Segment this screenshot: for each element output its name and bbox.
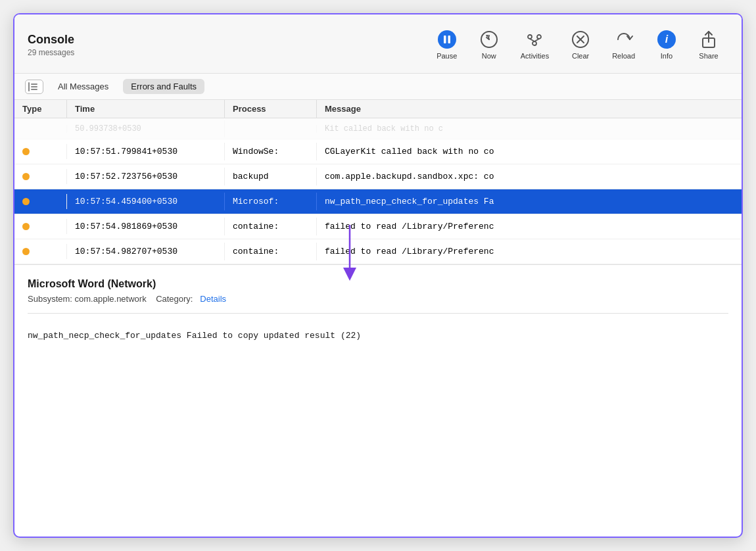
ghost-message: Kit called back with no c [317, 120, 742, 137]
col-message: Message [317, 100, 742, 118]
ghost-row: 50.993738+0530 Kit called back with no c [14, 118, 742, 139]
detail-divider [28, 313, 728, 314]
row-process: containe: [225, 243, 317, 260]
pause-button[interactable]: Pause [427, 26, 467, 64]
row-process: WindowSe: [225, 143, 317, 160]
reload-label: Reload [612, 52, 635, 60]
svg-point-3 [528, 35, 532, 39]
pause-icon [438, 30, 456, 49]
now-icon [480, 30, 498, 49]
clear-button[interactable]: Clear [561, 26, 600, 64]
clear-label: Clear [572, 52, 589, 60]
now-button[interactable]: Now [469, 26, 509, 64]
col-type: Type [14, 100, 67, 118]
activities-button[interactable]: Activities [511, 26, 558, 64]
table-row-selected[interactable]: 10:57:54.459400+0530 Microsof: nw_path_n… [14, 189, 742, 214]
table-row[interactable]: 10:57:52.723756+0530 backupd com.apple.b… [14, 164, 742, 189]
app-title: Console [28, 33, 74, 47]
fault-dot [22, 248, 30, 255]
share-label: Share [699, 52, 718, 60]
svg-line-7 [534, 39, 539, 41]
category-label: Category: [156, 294, 193, 304]
filter-bar: All Messages Errors and Faults [14, 74, 742, 100]
share-icon [699, 30, 718, 49]
svg-rect-1 [448, 36, 450, 43]
table-header: Type Time Process Message [14, 100, 742, 118]
row-process: containe: [225, 218, 317, 235]
row-time: 10:57:54.459400+0530 [67, 193, 225, 210]
activities-label: Activities [521, 52, 549, 60]
table-row[interactable]: 10:57:54.982707+0530 containe: failed to… [14, 239, 742, 264]
console-window: Console 29 messages Pause [13, 13, 743, 538]
app-subtitle: 29 messages [28, 48, 74, 57]
clear-icon [571, 30, 590, 49]
subsystem-value: com.apple.network [75, 294, 147, 304]
fault-dot [22, 173, 30, 180]
row-message: nw_path_necp_check_for_updates Fa [317, 193, 742, 210]
ghost-time: 50.993738+0530 [67, 120, 225, 137]
detail-meta: Subsystem: com.apple.network Category: D… [28, 294, 728, 304]
detail-pane: Microsoft Word (Network) Subsystem: com.… [14, 264, 742, 356]
row-time: 10:57:54.982707+0530 [67, 243, 225, 260]
log-table: Type Time Process Message 50.993738+0530… [14, 100, 742, 264]
detail-message: nw_path_necp_check_for_updates Failed to… [28, 323, 728, 350]
row-time: 10:57:52.723756+0530 [67, 168, 225, 185]
col-time: Time [67, 100, 225, 118]
table-row[interactable]: 10:57:51.799841+0530 WindowSe: CGLayerKi… [14, 139, 742, 164]
fault-dot [22, 148, 30, 155]
info-button[interactable]: i Info [647, 26, 686, 64]
share-button[interactable]: Share [689, 26, 728, 64]
pause-label: Pause [437, 52, 457, 60]
row-time: 10:57:51.799841+0530 [67, 143, 225, 160]
toolbar-title-area: Console 29 messages [28, 33, 74, 58]
detail-area: Microsoft Word (Network) Subsystem: com.… [14, 264, 742, 356]
activities-icon [525, 30, 544, 49]
svg-line-6 [530, 39, 534, 41]
row-message: CGLayerKit called back with no co [317, 143, 742, 160]
info-label: Info [661, 52, 673, 60]
fault-dot [22, 198, 30, 205]
now-label: Now [482, 52, 496, 60]
row-message: com.apple.backupd.sandbox.xpc: co [317, 168, 742, 185]
toolbar: Console 29 messages Pause [14, 14, 742, 74]
svg-point-4 [537, 35, 541, 39]
row-process: Microsof: [225, 193, 317, 210]
reload-icon [615, 30, 633, 49]
details-link[interactable]: Details [200, 294, 226, 304]
col-process: Process [225, 100, 317, 118]
row-process: backupd [225, 168, 317, 185]
subsystem-label: Subsystem: [28, 294, 72, 304]
svg-rect-0 [444, 36, 446, 43]
svg-point-5 [532, 41, 536, 45]
toolbar-actions: Pause Now [427, 26, 728, 64]
row-message: failed to read /Library/Preferenc [317, 243, 742, 260]
reload-button[interactable]: Reload [603, 26, 644, 64]
table-row[interactable]: 10:57:54.981869+0530 containe: failed to… [14, 214, 742, 239]
row-message: failed to read /Library/Preferenc [317, 218, 742, 235]
info-icon: i [657, 30, 676, 49]
detail-title: Microsoft Word (Network) [28, 278, 728, 290]
errors-faults-filter[interactable]: Errors and Faults [123, 79, 204, 94]
row-time: 10:57:54.981869+0530 [67, 218, 225, 235]
sidebar-toggle-button[interactable] [25, 80, 43, 94]
all-messages-filter[interactable]: All Messages [50, 79, 116, 94]
fault-dot [22, 223, 30, 230]
